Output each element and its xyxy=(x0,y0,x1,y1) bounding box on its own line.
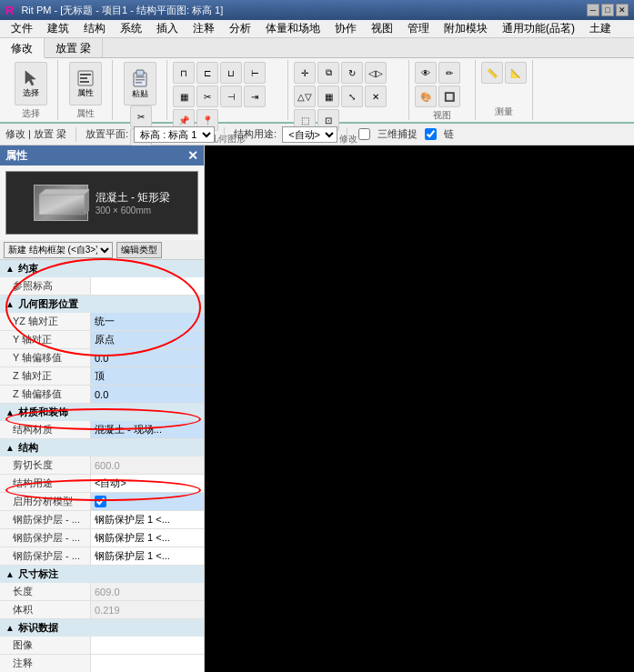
close-button[interactable]: ✕ xyxy=(616,4,629,16)
linework-icon[interactable]: ✏ xyxy=(438,62,460,84)
section-constraint-header[interactable]: ▲ 约束 xyxy=(0,260,204,277)
prop-value-comment[interactable] xyxy=(91,655,204,672)
rotate-icon[interactable]: ↻ xyxy=(341,62,363,84)
modify-label: 修改 xyxy=(339,131,357,145)
section-material-header[interactable]: ▲ 材质和装饰 xyxy=(0,404,204,421)
cmd-usage-dropdown[interactable]: <自动> xyxy=(282,126,337,143)
prop-value-ref-level[interactable] xyxy=(91,277,204,295)
join-icon[interactable]: ⊔ xyxy=(220,62,242,84)
cmd-usage-label: 结构用途: xyxy=(234,127,277,141)
mirror-x-icon[interactable]: ◁▷ xyxy=(365,62,387,84)
ribbon-tab-modify[interactable]: 修改 xyxy=(0,38,45,58)
menu-architecture[interactable]: 建筑 xyxy=(40,19,76,38)
prop-value-y-offset[interactable]: 0.0 xyxy=(91,349,204,366)
prop-value-struct-material[interactable]: 混凝土 - 现场... xyxy=(91,421,204,438)
prop-name-struct-material: 结构材质 xyxy=(0,421,91,438)
svg-rect-8 xyxy=(136,79,145,81)
prop-row-rebar-cover-2: 钢筋保护层 - ... 钢筋保护层 1 <... xyxy=(0,529,204,547)
command-bar: 修改 | 放置 梁 放置平面: 标高 : 标高 1 结构用途: <自动> 三维捕… xyxy=(0,124,634,145)
prop-value-rebar-cover-1[interactable]: 钢筋保护层 1 <... xyxy=(91,511,204,528)
menu-annotate[interactable]: 注释 xyxy=(186,19,222,38)
offset-icon[interactable]: ⇥ xyxy=(244,85,266,107)
prop-row-y-offset: Y 轴偏移值 0.0 xyxy=(0,349,204,367)
cmd-chain-checkbox[interactable] xyxy=(425,128,437,140)
edit-type-button[interactable]: 编辑类型 xyxy=(116,242,162,258)
prop-value-rebar-cover-3[interactable]: 钢筋保护层 1 <... xyxy=(91,547,204,565)
measure2-icon[interactable]: 📐 xyxy=(505,62,527,84)
title-bar: R Rit PM - [无标题 - 项目1 - 结构平面图: 标高 1] ─ □… xyxy=(0,0,634,20)
prop-name-volume: 体积 xyxy=(0,601,91,618)
prop-name-y-offset: Y 轴偏移值 xyxy=(0,349,91,366)
prop-value-struct-usage[interactable]: <自动> xyxy=(91,475,204,492)
split-icon[interactable]: ⊢ xyxy=(244,62,266,84)
prop-value-enable-analysis[interactable] xyxy=(91,493,204,510)
main-layout: 属性 ✕ xyxy=(0,145,634,672)
prop-value-yz-align[interactable]: 统一 xyxy=(91,313,204,330)
section-structural-header[interactable]: ▲ 结构 xyxy=(0,439,204,456)
delete-icon[interactable]: ✕ xyxy=(365,85,387,107)
menu-file[interactable]: 文件 xyxy=(4,19,40,38)
prop-value-z-offset[interactable]: 0.0 xyxy=(91,386,204,403)
array-icon[interactable]: ▦ xyxy=(317,85,339,107)
trim-icon[interactable]: ⊏ xyxy=(196,62,218,84)
cmd-plane-label: 放置平面: xyxy=(86,127,128,141)
prop-value-z-align[interactable]: 顶 xyxy=(91,367,204,385)
prop-row-z-offset: Z 轴偏移值 0.0 xyxy=(0,386,204,404)
measure-icon[interactable]: 📏 xyxy=(481,62,503,84)
prop-value-rebar-cover-2[interactable]: 钢筋保护层 1 <... xyxy=(91,529,204,547)
decal-icon[interactable]: 🔲 xyxy=(438,85,460,107)
maximize-button[interactable]: □ xyxy=(601,4,614,16)
measure-label: 测量 xyxy=(495,104,513,118)
enable-analysis-checkbox[interactable] xyxy=(95,496,106,507)
menu-collaborate[interactable]: 协作 xyxy=(327,19,364,38)
svg-rect-6 xyxy=(136,70,144,75)
menu-addins[interactable]: 附加模块 xyxy=(437,19,495,38)
connect-icon[interactable]: ⊓ xyxy=(173,62,195,84)
menu-view[interactable]: 视图 xyxy=(364,19,400,38)
extend-icon[interactable]: ⊣ xyxy=(220,85,242,107)
prop-row-y-align: Y 轴对正 原点 xyxy=(0,331,204,349)
view-label: 视图 xyxy=(433,107,451,122)
cmd-3d-snap-checkbox[interactable] xyxy=(358,128,370,140)
menu-general[interactable]: 通用功能(品茗) xyxy=(495,19,582,38)
section-geom-arrow: ▲ xyxy=(5,299,15,309)
menu-insert[interactable]: 插入 xyxy=(149,19,186,38)
minimize-button[interactable]: ─ xyxy=(587,4,599,16)
section-geom-header[interactable]: ▲ 几何图形位置 xyxy=(0,296,204,313)
prop-value-y-align[interactable]: 原点 xyxy=(91,331,204,348)
scale-icon[interactable]: ⤡ xyxy=(341,85,363,107)
copy2-icon[interactable]: ⧉ xyxy=(317,62,339,84)
cut-icon[interactable]: ✂ xyxy=(130,105,152,127)
paste-icon[interactable]: 粘贴 xyxy=(124,62,156,105)
menu-manage[interactable]: 管理 xyxy=(400,19,437,38)
section-dims-header[interactable]: ▲ 尺寸标注 xyxy=(0,566,204,583)
ribbon-group-geometry: ⊓ ⊏ ⊔ ⊢ ▦ ✂ ⊣ ⇥ 📌 📍 几何图形 xyxy=(167,60,288,120)
wall-icon[interactable]: ▦ xyxy=(173,85,195,107)
section-identity-header[interactable]: ▲ 标识数据 xyxy=(0,619,204,637)
prop-name-z-align: Z 轴对正 xyxy=(0,367,91,385)
menu-analyze[interactable]: 分析 xyxy=(222,19,258,38)
panel-type-dropdown[interactable]: 新建 结构框架 (<自3>) xyxy=(4,242,113,258)
canvas-area[interactable] xyxy=(205,145,634,672)
menu-mass[interactable]: 体量和场地 xyxy=(258,19,327,38)
select-icon[interactable]: 选择 xyxy=(15,62,47,105)
prop-name-rebar-cover-1: 钢筋保护层 - ... xyxy=(0,511,91,528)
prop-value-image[interactable] xyxy=(91,637,204,654)
show-hidden-icon[interactable]: 👁 xyxy=(415,62,437,84)
cmd-plane-dropdown[interactable]: 标高 : 标高 1 xyxy=(134,126,215,143)
section-constraint-label: 约束 xyxy=(18,262,38,276)
move-icon[interactable]: ✛ xyxy=(294,62,316,84)
panel-close-button[interactable]: ✕ xyxy=(187,148,198,163)
svg-rect-4 xyxy=(80,81,89,83)
properties-icon[interactable]: 属性 xyxy=(69,62,102,105)
cut-geom-icon[interactable]: ✂ xyxy=(196,85,218,107)
preview-area: 混凝土 - 矩形梁 300 × 600mm xyxy=(5,171,198,235)
section-identity-label: 标识数据 xyxy=(18,621,58,635)
ribbon-tab-place-beam[interactable]: 放置 梁 xyxy=(45,38,103,57)
menu-system[interactable]: 系统 xyxy=(113,19,149,38)
menu-structure[interactable]: 结构 xyxy=(76,19,113,38)
paint-icon[interactable]: 🎨 xyxy=(415,85,437,107)
menu-civil[interactable]: 土建 xyxy=(582,19,619,38)
prop-name-comment: 注释 xyxy=(0,655,91,672)
mirror-y-icon[interactable]: △▽ xyxy=(294,85,316,107)
